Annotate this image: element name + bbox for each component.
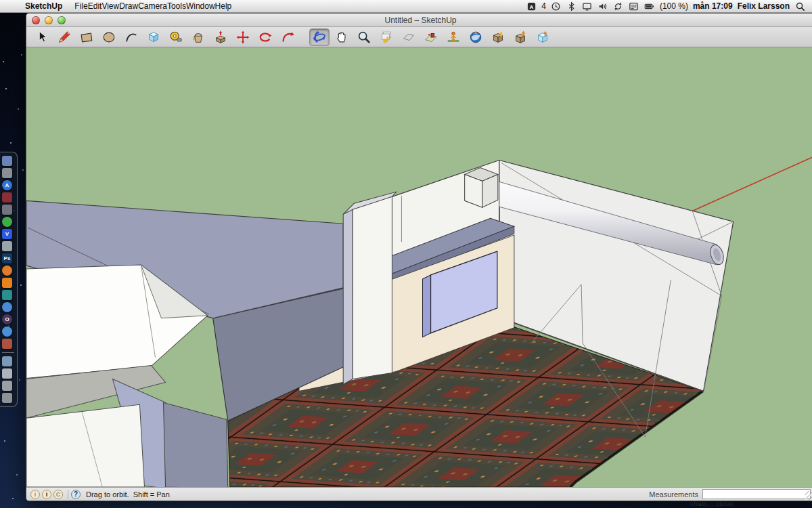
dock-app-03-icon[interactable]: A [2, 180, 12, 190]
claim-credit-icon[interactable]: C [53, 490, 63, 499]
geolocation-credit-icon[interactable]: i [30, 490, 40, 499]
scene-white-box-lower [26, 404, 144, 487]
window-title: Untitled – SketchUp [26, 16, 812, 25]
dock-app-10-icon[interactable] [2, 266, 12, 276]
menu-help[interactable]: Help [215, 0, 232, 13]
dock-folder-icon[interactable] [2, 356, 12, 366]
dock-app-14-icon[interactable]: O [2, 314, 12, 324]
share-component-tool[interactable] [533, 28, 553, 46]
apple-menu-icon[interactable] [7, 1, 19, 12]
dock-app-01-icon[interactable] [2, 156, 12, 166]
measurements-label: Measurements [649, 490, 698, 499]
dock-trash-icon[interactable] [2, 393, 12, 403]
battery-percentage[interactable]: (100 %) [660, 1, 688, 11]
input-source-badge[interactable]: 4 [541, 1, 546, 11]
menu-bar-left: SketchUp FileEditViewDrawCameraToolsWind… [0, 0, 238, 13]
paint-bucket-tool[interactable] [188, 28, 208, 46]
dock-app-12-icon[interactable] [2, 290, 12, 300]
scene-tv-side [423, 275, 431, 337]
bluetooth-icon[interactable] [566, 1, 577, 12]
status-bar: iiC ? Drag to orbit. Shift = Pan Measure… [26, 487, 812, 501]
move-tool[interactable] [233, 28, 253, 46]
dock-app-11-icon[interactable] [2, 278, 12, 288]
menu-window[interactable]: Window [186, 0, 215, 13]
resize-grip[interactable] [805, 491, 812, 500]
display-icon[interactable] [582, 1, 593, 12]
select-tool[interactable] [32, 28, 52, 46]
svg-text:A: A [529, 3, 533, 9]
menu-view[interactable]: View [102, 0, 119, 13]
input-source-icon[interactable]: A [526, 1, 537, 12]
dock: AVPsO [0, 152, 18, 407]
follow-me-tool[interactable] [277, 28, 298, 46]
status-hint: Drag to orbit. Shift = Pan [86, 490, 170, 499]
attribution-icon[interactable]: i [42, 490, 51, 499]
menu-app-name[interactable]: SketchUp [19, 0, 68, 13]
menu-bar-status-items: A4(100 %)mån 17:09Felix Larsson [526, 1, 812, 12]
menu-clock[interactable]: mån 17:09 [693, 1, 733, 11]
app-menus: FileEditViewDrawCameraToolsWindowHelp [68, 0, 238, 13]
previous-view-tool[interactable] [399, 28, 419, 46]
measurements-input[interactable] [702, 489, 811, 499]
status-credit-icons: iiC [30, 490, 65, 499]
get-models-tool[interactable] [488, 28, 508, 46]
position-camera-tool[interactable] [443, 28, 464, 46]
menu-draw[interactable]: Draw [119, 0, 138, 13]
scene-wall-cube [465, 167, 498, 207]
scene-pillar [343, 192, 396, 384]
model-viewport-container [26, 47, 812, 487]
sketchup-window: Untitled – SketchUp [26, 13, 812, 501]
zoom-tool[interactable] [354, 28, 374, 46]
google-earth-tool[interactable] [466, 28, 486, 46]
dock-app-05-icon[interactable] [2, 205, 12, 215]
menu-edit[interactable]: Edit [88, 0, 102, 13]
menu-camera[interactable]: Camera [138, 0, 167, 13]
zoom-extents-tool[interactable] [376, 28, 397, 46]
time-machine-icon[interactable] [551, 1, 562, 12]
dock-app-07-icon[interactable]: V [2, 229, 12, 239]
share-model-tool[interactable] [510, 28, 531, 46]
macos-menu-bar: SketchUp FileEditViewDrawCameraToolsWind… [0, 0, 812, 13]
dock-app-04-icon[interactable] [2, 192, 12, 203]
dock-app-16-icon[interactable] [2, 339, 12, 349]
circle-tool[interactable] [99, 28, 119, 46]
model-viewport[interactable] [26, 47, 812, 487]
rotate-tool[interactable] [255, 28, 275, 46]
dock-app-08-icon[interactable] [2, 241, 12, 251]
battery-icon[interactable] [644, 1, 655, 12]
tape-measure-tool[interactable] [166, 28, 186, 46]
add-location-tool[interactable] [421, 28, 441, 46]
background-window-text: chatt....cbloc [690, 501, 734, 507]
dock-app-15-icon[interactable] [2, 326, 12, 337]
dock-app-13-icon[interactable] [2, 302, 12, 312]
widgets-icon[interactable] [629, 1, 639, 12]
dock-app-02-icon[interactable] [2, 168, 12, 178]
pan-tool[interactable] [332, 28, 352, 46]
push-pull-tool[interactable] [210, 28, 231, 46]
sync-icon[interactable] [613, 1, 624, 12]
line-tool[interactable] [54, 28, 74, 46]
window-title-bar[interactable]: Untitled – SketchUp [26, 14, 812, 27]
arc-tool[interactable] [121, 28, 141, 46]
toolbar [26, 27, 812, 47]
status-divider [68, 490, 68, 499]
volume-icon[interactable] [597, 1, 608, 12]
dock-display-icon[interactable] [2, 368, 12, 379]
dock-window-icon[interactable] [2, 381, 12, 391]
orbit-tool[interactable] [309, 28, 330, 46]
dock-separator [2, 352, 14, 353]
menu-file[interactable]: File [74, 0, 87, 13]
dock-app-09-icon[interactable]: Ps [2, 253, 12, 263]
spotlight-icon[interactable] [794, 1, 805, 12]
rectangle-tool[interactable] [76, 28, 97, 46]
help-icon[interactable]: ? [71, 490, 81, 499]
menu-tools[interactable]: Tools [167, 0, 186, 13]
dock-app-06-icon[interactable] [2, 217, 12, 227]
user-menu[interactable]: Felix Larsson [738, 1, 790, 11]
component-tool[interactable] [143, 28, 164, 46]
